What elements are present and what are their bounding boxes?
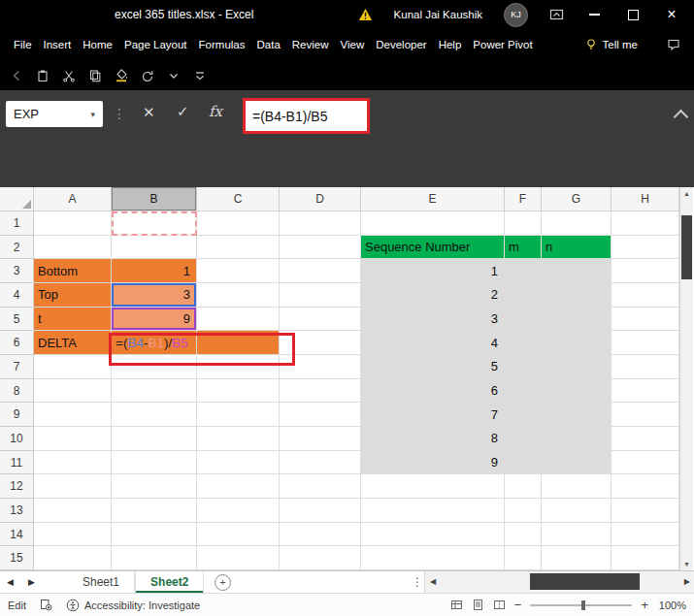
horizontal-scroll-thumb[interactable] xyxy=(530,573,640,590)
cell-D1[interactable] xyxy=(280,211,361,236)
cell-H6[interactable] xyxy=(611,331,679,355)
ribbon-tab-formulas[interactable]: Formulas xyxy=(199,39,246,50)
cell-C12[interactable] xyxy=(197,474,280,499)
cell-B1[interactable] xyxy=(112,211,197,236)
row-header-13[interactable]: 13 xyxy=(0,499,34,523)
cell-G8[interactable] xyxy=(542,379,611,404)
column-header-E[interactable]: E xyxy=(361,187,505,211)
tell-me-button[interactable]: Tell me xyxy=(584,38,638,51)
cell-D2[interactable] xyxy=(280,236,361,260)
cell-G5[interactable] xyxy=(542,308,611,332)
cell-E4[interactable]: 2 xyxy=(361,283,505,308)
cell-D8[interactable] xyxy=(280,379,361,404)
horizontal-scrollbar[interactable]: ◀ ▶ xyxy=(424,571,694,593)
cell-E13[interactable] xyxy=(361,499,505,523)
cell-D5[interactable] xyxy=(280,308,361,332)
cell-A1[interactable] xyxy=(34,211,112,236)
row-header-10[interactable]: 10 xyxy=(0,427,34,451)
vertical-scroll-thumb[interactable] xyxy=(681,215,692,279)
row-header-9[interactable]: 9 xyxy=(0,403,34,427)
cell-H9[interactable] xyxy=(611,403,679,427)
cell-F2[interactable]: m xyxy=(505,236,542,260)
column-header-B[interactable]: B xyxy=(112,187,197,211)
vertical-scrollbar[interactable]: ▲ ▼ xyxy=(679,187,693,570)
cell-F10[interactable] xyxy=(505,427,542,451)
fill-color-icon[interactable] xyxy=(115,68,128,82)
name-box[interactable]: EXP ▾ xyxy=(6,101,103,127)
zoom-level[interactable]: 100% xyxy=(657,600,686,611)
cell-A10[interactable] xyxy=(34,427,112,451)
cell-B15[interactable] xyxy=(112,546,197,570)
row-header-4[interactable]: 4 xyxy=(0,283,34,308)
cell-F15[interactable] xyxy=(505,546,542,570)
cell-H12[interactable] xyxy=(611,474,679,499)
back-icon[interactable] xyxy=(10,69,23,82)
cell-E1[interactable] xyxy=(361,211,505,236)
maximize-button[interactable] xyxy=(624,6,642,23)
sheet-tab-sheet2[interactable]: Sheet2 xyxy=(135,571,204,593)
cell-B4[interactable]: 3 xyxy=(112,283,197,308)
enter-icon[interactable]: ✓ xyxy=(177,103,189,120)
cell-F7[interactable] xyxy=(505,355,542,379)
zoom-in-button[interactable]: + xyxy=(641,599,648,611)
cell-G2[interactable]: n xyxy=(542,236,611,260)
cell-E12[interactable] xyxy=(361,474,505,499)
cell-G7[interactable] xyxy=(542,355,611,379)
row-header-6[interactable]: 6 xyxy=(0,331,34,355)
scroll-right-icon[interactable]: ▶ xyxy=(684,577,690,586)
cell-F5[interactable] xyxy=(505,308,542,332)
cell-D4[interactable] xyxy=(280,283,361,308)
cell-B9[interactable] xyxy=(112,403,197,427)
scroll-up-icon[interactable]: ▲ xyxy=(680,190,693,197)
cell-H1[interactable] xyxy=(611,211,679,236)
cell-D15[interactable] xyxy=(280,546,361,570)
cell-B14[interactable] xyxy=(112,523,197,547)
ribbon-tab-data[interactable]: Data xyxy=(257,39,281,50)
comment-icon[interactable] xyxy=(667,38,680,51)
cell-F4[interactable] xyxy=(505,283,542,308)
cell-B7[interactable] xyxy=(112,355,197,379)
cell-G9[interactable] xyxy=(542,403,611,427)
cell-F1[interactable] xyxy=(505,211,542,236)
minimize-button[interactable] xyxy=(585,6,603,23)
cell-F3[interactable] xyxy=(505,259,542,283)
cell-E10[interactable]: 8 xyxy=(361,427,505,451)
cell-F6[interactable] xyxy=(505,331,542,355)
cell-B2[interactable] xyxy=(112,236,197,260)
cell-B5[interactable]: 9 xyxy=(112,308,197,332)
column-header-F[interactable]: F xyxy=(505,187,542,211)
cell-E3[interactable]: 1 xyxy=(361,259,505,283)
cell-C7[interactable] xyxy=(197,355,280,379)
cell-E7[interactable]: 5 xyxy=(361,355,505,379)
cell-A7[interactable] xyxy=(34,355,112,379)
cell-H8[interactable] xyxy=(611,379,679,404)
row-header-7[interactable]: 7 xyxy=(0,355,34,379)
cell-D14[interactable] xyxy=(280,523,361,547)
cell-H4[interactable] xyxy=(611,283,679,308)
cell-G1[interactable] xyxy=(542,211,611,236)
cell-G15[interactable] xyxy=(542,546,611,570)
cell-A4[interactable]: Top xyxy=(34,283,112,308)
cell-D9[interactable] xyxy=(280,403,361,427)
cell-A2[interactable] xyxy=(34,236,112,260)
cell-D6[interactable] xyxy=(280,331,361,355)
row-header-12[interactable]: 12 xyxy=(0,474,34,499)
cell-G6[interactable] xyxy=(542,331,611,355)
select-all-button[interactable] xyxy=(0,187,34,211)
zoom-slider[interactable] xyxy=(530,604,632,606)
cell-E11[interactable]: 9 xyxy=(361,451,505,475)
cell-A3[interactable]: Bottom xyxy=(34,259,112,283)
cell-A8[interactable] xyxy=(34,379,112,404)
copy-icon[interactable] xyxy=(88,69,102,82)
cell-F13[interactable] xyxy=(505,499,542,523)
cell-D7[interactable] xyxy=(280,355,361,379)
ribbon-tab-developer[interactable]: Developer xyxy=(376,39,426,50)
cell-A14[interactable] xyxy=(34,523,112,547)
cell-G13[interactable] xyxy=(542,499,611,523)
sheet-nav-left-icon[interactable]: ◀ xyxy=(7,577,14,587)
ribbon-display-options-icon[interactable] xyxy=(549,8,564,21)
cell-H5[interactable] xyxy=(611,308,679,332)
cell-C3[interactable] xyxy=(197,259,280,283)
cell-D11[interactable] xyxy=(280,451,361,475)
ribbon-tab-page-layout[interactable]: Page Layout xyxy=(124,39,187,50)
